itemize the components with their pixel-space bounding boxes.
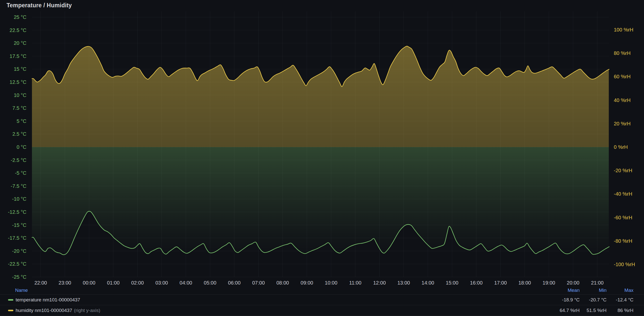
x-axis-tick-label: 02:00	[131, 280, 144, 286]
legend-col-max[interactable]: Max	[607, 288, 633, 293]
legend-col-min[interactable]: Min	[580, 288, 607, 293]
y-axis-right-tick-label: -40 %rH	[614, 191, 632, 197]
y-axis-left-tick-label: -25 °C	[12, 274, 26, 280]
y-axis-left-tick-label: 22.5 °C	[10, 27, 26, 33]
legend-row-temperature: temperature nm101-00000437 -18.9 °C -20.…	[0, 294, 644, 305]
humidity-min-value: 51.5 %rH	[580, 308, 607, 313]
x-axis-tick-label: 20:00	[567, 280, 579, 286]
humidity-mean-value: 64.7 %rH	[553, 308, 580, 313]
legend-header: Name Mean Min Max	[0, 286, 644, 294]
y-axis-right-tick-label: -20 %rH	[614, 168, 632, 173]
x-axis-tick-label: 19:00	[543, 280, 555, 286]
x-axis-tick-label: 15:00	[446, 280, 458, 286]
y-axis-left-tick-label: -2.5 °C	[11, 157, 26, 163]
y-axis-right-tick-label: -100 %rH	[614, 262, 635, 267]
y-axis-left-tick-label: -20 °C	[12, 248, 26, 254]
humidity-series-axis-note: (right y-axis)	[74, 308, 100, 313]
humidity-series-label[interactable]: humidity nm101-00000437	[16, 308, 72, 313]
x-axis-tick-label: 04:00	[180, 280, 192, 286]
y-axis-right-tick-label: 60 %rH	[614, 74, 631, 79]
y-axis-left-tick-label: 5 °C	[17, 118, 26, 124]
x-axis-tick-label: 03:00	[155, 280, 168, 286]
y-axis-left-tick-label: 20 °C	[14, 40, 26, 46]
y-axis-left-tick-label: -12.5 °C	[8, 209, 26, 215]
legend-table: Name Mean Min Max temperature nm101-0000…	[0, 286, 644, 316]
chart-canvas[interactable]: 25 °C22.5 °C20 °C17.5 °C15 °C12.5 °C10 °…	[0, 0, 644, 286]
x-axis-tick-label: 07:00	[252, 280, 265, 286]
temperature-min-value: -20.7 °C	[580, 297, 607, 303]
y-axis-left-tick-label: -15 °C	[12, 222, 26, 228]
temperature-area	[32, 147, 609, 255]
y-axis-left-tick-label: 15 °C	[14, 66, 26, 72]
y-axis-right-tick-label: 80 %rH	[614, 50, 631, 56]
x-axis-tick-label: 12:00	[373, 280, 386, 286]
grafana-panel: Temperature / Humidity 25 °C22.5 °C20 °C…	[0, 0, 644, 316]
y-axis-left-tick-label: -10 °C	[12, 196, 26, 202]
y-axis-left-tick-label: 2.5 °C	[12, 131, 26, 137]
y-axis-left-tick-label: -22.5 °C	[8, 261, 26, 267]
y-axis-left-tick-label: 10 °C	[14, 92, 26, 98]
x-axis-tick-label: 21:00	[591, 280, 603, 286]
x-axis-tick-label: 23:00	[59, 280, 71, 286]
y-axis-left-tick-label: 12.5 °C	[10, 79, 26, 85]
legend-col-name[interactable]: Name	[0, 288, 553, 293]
y-axis-left-tick-label: 17.5 °C	[10, 53, 26, 59]
temperature-series-label[interactable]: temperature nm101-00000437	[16, 297, 80, 303]
x-axis-tick-label: 00:00	[83, 280, 95, 286]
x-axis-tick-label: 11:00	[349, 280, 361, 286]
y-axis-right-tick-label: 40 %rH	[614, 97, 631, 103]
y-axis-left-tick-label: -7.5 °C	[11, 183, 26, 189]
x-axis-tick-label: 06:00	[228, 280, 240, 286]
x-axis-tick-label: 13:00	[397, 280, 410, 286]
legend-col-mean[interactable]: Mean	[553, 288, 580, 293]
y-axis-right-tick-label: -80 %rH	[614, 238, 632, 244]
x-axis-tick-label: 14:00	[422, 280, 434, 286]
y-axis-left-tick-label: 25 °C	[14, 14, 26, 20]
x-axis-tick-label: 08:00	[276, 280, 289, 286]
x-axis-tick-label: 05:00	[204, 280, 216, 286]
x-axis-tick-label: 22:00	[34, 280, 47, 286]
temperature-series-swatch[interactable]	[8, 299, 13, 301]
legend-row-humidity: humidity nm101-00000437 (right y-axis) 6…	[0, 305, 644, 316]
y-axis-left-tick-label: -17.5 °C	[8, 235, 26, 241]
y-axis-left-tick-label: 0 °C	[17, 144, 26, 150]
y-axis-right-tick-label: 20 %rH	[614, 121, 631, 126]
x-axis-tick-label: 10:00	[325, 280, 337, 286]
humidity-max-value: 86 %rH	[607, 308, 633, 313]
temperature-mean-value: -18.9 °C	[553, 297, 580, 303]
y-axis-left-tick-label: 7.5 °C	[12, 105, 26, 111]
y-axis-right-tick-label: 100 %rH	[614, 27, 633, 32]
temperature-max-value: -12.4 °C	[607, 297, 633, 303]
y-axis-left-tick-label: -5 °C	[15, 170, 26, 176]
x-axis-tick-label: 01:00	[107, 280, 119, 286]
x-axis-tick-label: 09:00	[301, 280, 313, 286]
y-axis-right-tick-label: 0 %rH	[614, 144, 628, 150]
x-axis-tick-label: 18:00	[518, 280, 531, 286]
x-axis-tick-label: 16:00	[470, 280, 482, 286]
y-axis-right-tick-label: -60 %rH	[614, 215, 632, 220]
humidity-area	[32, 46, 609, 147]
humidity-series-swatch[interactable]	[8, 310, 13, 311]
x-axis-tick-label: 17:00	[494, 280, 507, 286]
